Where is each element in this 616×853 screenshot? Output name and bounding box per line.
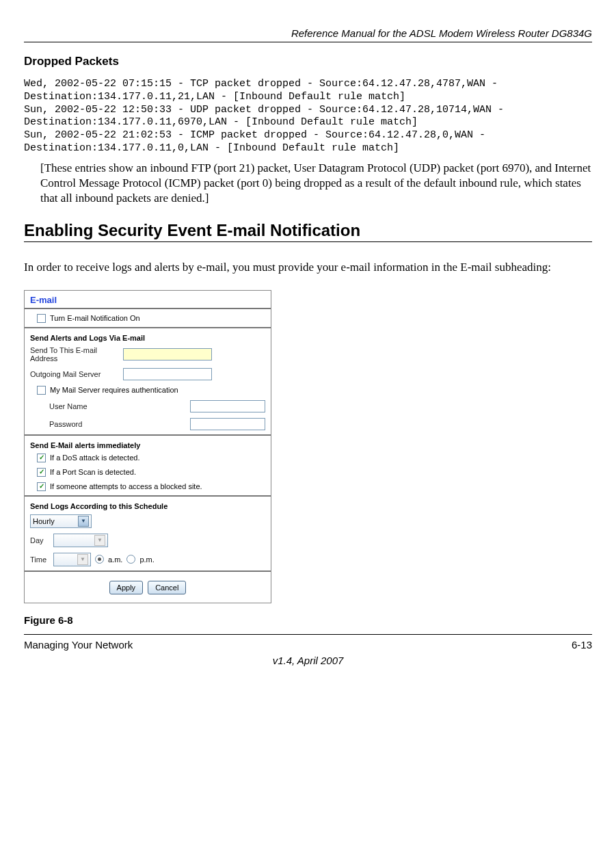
header-rule: [24, 42, 592, 42]
schedule-value: Hourly: [33, 517, 55, 525]
alert-dos-label: If a DoS attack is detected.: [50, 454, 139, 462]
alert-dos-row: ✓ If a DoS attack is detected.: [25, 451, 271, 465]
alert-portscan-checkbox[interactable]: ✓: [37, 468, 46, 477]
username-input[interactable]: [190, 400, 265, 412]
panel-title: E-mail: [25, 291, 271, 306]
apply-button[interactable]: Apply: [109, 581, 144, 594]
section-schedule-label: Send Logs According to this Schedule: [25, 499, 271, 512]
alert-portscan-label: If a Port Scan is detected.: [50, 468, 136, 476]
schedule-select[interactable]: Hourly ▼: [30, 514, 92, 528]
auth-row: My Mail Server requires authentication: [25, 383, 271, 397]
email-address-input[interactable]: [123, 348, 212, 360]
log-entries: Wed, 2002-05-22 07:15:15 - TCP packet dr…: [24, 78, 592, 155]
turn-on-checkbox[interactable]: [37, 314, 46, 323]
turn-on-label: Turn E-mail Notification On: [50, 314, 140, 322]
footer-page-number: 6-13: [572, 639, 592, 651]
day-label: Day: [30, 536, 49, 544]
footer-left: Managing Your Network: [24, 639, 133, 651]
dropped-packets-heading: Dropped Packets: [24, 55, 592, 68]
time-row: Time ▼ a.m. p.m.: [25, 550, 271, 569]
email-address-label: Send To This E-mail Address: [30, 346, 119, 363]
chevron-down-icon: ▼: [78, 516, 89, 527]
pm-label: p.m.: [139, 555, 154, 564]
cancel-button[interactable]: Cancel: [148, 581, 186, 594]
alert-dos-checkbox[interactable]: ✓: [37, 454, 46, 462]
section-heading-email: Enabling Security Event E-mail Notificat…: [24, 221, 592, 240]
footer-rule: [24, 634, 592, 635]
password-input[interactable]: [190, 418, 265, 430]
am-label: a.m.: [108, 555, 122, 564]
pm-radio[interactable]: [126, 555, 135, 564]
password-row: Password: [25, 415, 271, 433]
chevron-down-icon: ▼: [77, 554, 88, 565]
alert-blocked-label: If someone attempts to access a blocked …: [50, 482, 202, 490]
auth-label: My Mail Server requires authentication: [50, 386, 178, 394]
server-row: Outgoing Mail Server: [25, 365, 271, 383]
schedule-row: Hourly ▼: [25, 512, 271, 531]
running-header: Reference Manual for the ADSL Modem Wire…: [24, 27, 592, 39]
day-select[interactable]: ▼: [53, 534, 108, 547]
server-input[interactable]: [123, 368, 212, 380]
divider: [25, 570, 271, 573]
email-settings-panel: E-mail Turn E-mail Notification On Send …: [24, 290, 271, 603]
section-alerts-label: Send E-Mail alerts immediately: [25, 438, 271, 451]
intro-paragraph: In order to receive logs and alerts by e…: [24, 260, 592, 275]
button-row: Apply Cancel: [25, 574, 271, 603]
divider: [25, 327, 271, 329]
time-select[interactable]: ▼: [53, 553, 91, 566]
email-address-row: Send To This E-mail Address: [25, 343, 271, 365]
time-label: Time: [30, 555, 49, 564]
page-footer: Managing Your Network 6-13 v1.4, April 2…: [24, 634, 592, 666]
divider: [25, 434, 271, 436]
divider: [25, 495, 271, 497]
section-rule: [24, 241, 592, 242]
password-label: Password: [49, 420, 97, 428]
username-row: User Name: [25, 397, 271, 415]
username-label: User Name: [49, 402, 97, 410]
divider: [25, 308, 271, 310]
alert-blocked-checkbox[interactable]: ✓: [37, 482, 46, 491]
section-send-label: Send Alerts and Logs Via E-mail: [25, 330, 271, 343]
log-explanation: [These entries show an inbound FTP (port…: [40, 161, 592, 206]
turn-on-row: Turn E-mail Notification On: [25, 311, 271, 326]
figure-caption: Figure 6-8: [24, 614, 592, 626]
auth-checkbox[interactable]: [37, 386, 46, 395]
alert-blocked-row: ✓ If someone attempts to access a blocke…: [25, 480, 271, 494]
footer-version: v1.4, April 2007: [24, 655, 592, 666]
am-radio[interactable]: [95, 555, 104, 564]
server-label: Outgoing Mail Server: [30, 370, 119, 378]
alert-portscan-row: ✓ If a Port Scan is detected.: [25, 465, 271, 480]
chevron-down-icon: ▼: [94, 535, 105, 546]
day-row: Day ▼: [25, 531, 271, 550]
